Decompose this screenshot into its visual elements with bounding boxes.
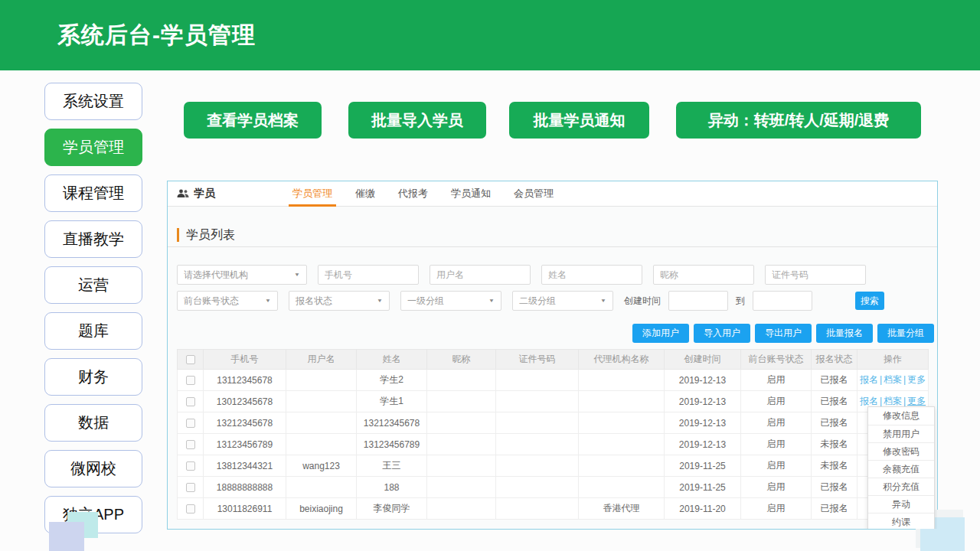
dropdown-item-4[interactable]: 余额充值 [868,460,934,478]
account-status-cell: 启用 [741,434,812,455]
created-cell: 2019-12-13 [665,391,741,412]
dropdown-item-3[interactable]: 修改密码 [868,442,934,460]
table-row: 13123456789131234567892019-12-13启用未报名 [178,434,929,455]
nickname-cell [427,455,496,477]
bulk-button-3[interactable]: 导出用户 [755,324,812,343]
caret-down-icon: ▼ [600,298,606,303]
username-cell [286,412,357,434]
op-link-2[interactable]: 档案 [884,374,902,385]
id-number-cell [496,477,579,498]
tab-5[interactable]: 会员管理 [502,181,565,207]
phone-cell: 13123456789 [204,434,286,455]
id-number-cell [496,412,579,434]
quick-action-button-1[interactable]: 查看学员档案 [184,102,322,139]
date-from-input[interactable] [668,291,728,311]
sidebar-item-6[interactable]: 题库 [44,312,142,350]
filter-select-1-placeholder: 前台账号状态 [184,295,239,308]
sidebar-item-1[interactable]: 系统设置 [44,83,142,120]
dropdown-item-6[interactable]: 异动 [868,495,934,513]
row-checkbox[interactable] [186,376,195,385]
row-checkbox[interactable] [186,397,195,406]
filter-input-3[interactable] [541,265,642,285]
sidebar-item-4[interactable]: 直播教学 [44,220,142,258]
op-link-1[interactable]: 报名 [860,396,878,406]
filter-select-1[interactable]: 前台账号状态▼ [177,291,278,311]
filter-input-4[interactable] [653,265,754,285]
table-row: 13812344321wang123王三2019-11-25启用未报名 [178,455,929,477]
row-checkbox[interactable] [186,419,195,428]
row-checkbox[interactable] [186,461,195,471]
table-body: 13112345678学生22019-12-13启用已报名报名|档案|更多130… [178,370,929,520]
column-header: 报名状态 [812,350,858,370]
caret-down-icon: ▼ [488,298,495,303]
op-link-3[interactable]: 更多 [907,396,926,406]
more-dropdown-menu: 修改信息禁用用户修改密码余额充值积分充值异动约课 [867,406,935,530]
enroll-status-cell: 未报名 [812,434,858,455]
dropdown-item-7[interactable]: 约课 [868,513,934,530]
sidebar-item-3[interactable]: 课程管理 [44,174,142,212]
module-label: 学员 [177,187,215,201]
agency-cell [579,370,665,391]
filter-select-3[interactable]: 一级分组▼ [400,291,501,311]
account-status-cell: 启用 [741,455,812,477]
table-row: 188888888881882019-11-25启用已报名 [178,477,929,498]
account-status-cell: 启用 [741,412,812,434]
tab-3[interactable]: 代报考 [387,181,439,207]
sidebar-item-2-active[interactable]: 学员管理 [44,129,142,166]
page-title: 系统后台-学员管理 [57,20,256,51]
select-all-header-cell [178,350,204,370]
agency-cell [579,455,665,477]
filter-input-2[interactable] [430,265,531,285]
op-link-3[interactable]: 更多 [907,374,926,385]
dropdown-item-1[interactable]: 修改信息 [868,407,934,425]
username-cell: wang123 [286,455,357,477]
quick-action-button-2[interactable]: 批量导入学员 [348,102,486,139]
sidebar: 系统设置学员管理课程管理直播教学运营题库财务数据微网校独立APP [44,83,142,542]
bulk-button-1[interactable]: 添加用户 [632,324,689,343]
enroll-status-cell: 已报名 [812,412,858,434]
row-checkbox[interactable] [186,504,195,514]
column-header: 前台账号状态 [741,350,812,370]
nickname-cell [427,498,496,520]
date-to-input[interactable] [753,291,812,311]
quick-action-button-3[interactable]: 批量学员通知 [509,102,649,139]
tab-1-active[interactable]: 学员管理 [281,181,344,207]
bulk-button-2[interactable]: 导入用户 [694,324,750,343]
filter-select-2[interactable]: 报名状态▼ [289,291,390,311]
username-cell [286,434,357,455]
name-cell: 王三 [357,455,427,477]
account-status-cell: 启用 [741,370,812,391]
quick-action-button-4[interactable]: 异动：转班/转人/延期/退费 [676,102,921,139]
op-link-1[interactable]: 报名 [860,374,878,385]
sidebar-item-7[interactable]: 财务 [44,358,142,396]
agency-select-placeholder: 请选择代理机构 [184,269,248,282]
people-icon [177,189,189,198]
row-checkbox[interactable] [186,483,195,492]
agency-select[interactable]: 请选择代理机构▼ [177,265,307,285]
filter-input-5[interactable] [765,265,866,285]
sidebar-item-5[interactable]: 运营 [44,266,142,304]
row-checkbox[interactable] [186,440,195,449]
filter-input-1[interactable] [318,265,419,285]
op-separator: | [903,396,906,406]
phone-cell: 13812344321 [204,455,286,477]
filter-select-4[interactable]: 二级分组▼ [512,291,613,311]
op-link-2[interactable]: 档案 [884,396,902,406]
sidebar-item-8[interactable]: 数据 [44,404,142,442]
dropdown-item-2[interactable]: 禁用用户 [868,425,934,442]
nickname-cell [427,434,496,455]
bulk-actions: 添加用户导入用户导出用户批量报名批量分组 [628,324,934,343]
student-panel: 学员 学员管理催缴代报考学员通知会员管理 学员列表 请选择代理机构▼ 前台账号状… [167,181,938,530]
tab-2[interactable]: 催缴 [344,181,387,207]
column-header: 操作 [858,350,929,370]
select-all-checkbox[interactable] [186,355,195,364]
bulk-button-4[interactable]: 批量报名 [816,324,873,343]
table-row: 13011826911beixiaojing李俊同学香港代理2019-11-20… [178,498,929,520]
sidebar-item-9[interactable]: 微网校 [44,450,142,487]
dropdown-item-5[interactable]: 积分充值 [868,478,934,495]
bulk-button-5[interactable]: 批量分组 [877,324,934,343]
table-header-row: 手机号用户名姓名昵称证件号码代理机构名称创建时间前台账号状态报名状态操作 [178,350,929,370]
search-button[interactable]: 搜索 [855,292,884,310]
tab-4[interactable]: 学员通知 [439,181,502,207]
created-cell: 2019-12-13 [665,434,741,455]
